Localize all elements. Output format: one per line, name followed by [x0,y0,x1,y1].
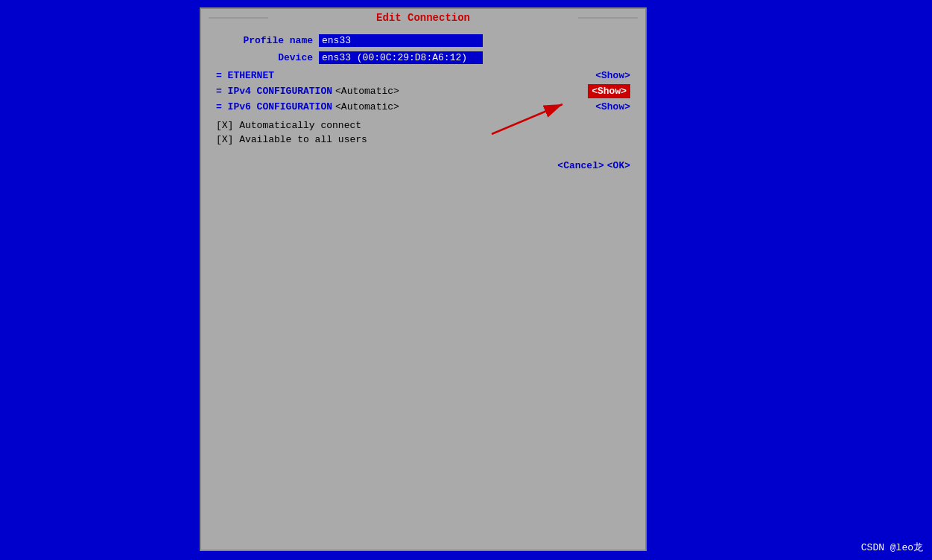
ipv4-auto: <Automatic> [335,86,399,97]
device-label: Device [216,52,313,63]
profile-name-row: Profile name ens33 [216,34,630,47]
cancel-button[interactable]: <Cancel> [557,160,603,171]
ipv6-left: = IPv6 CONFIGURATION <Automatic> [216,101,399,112]
ipv6-label: = IPv6 CONFIGURATION [216,101,332,112]
device-input[interactable]: ens33 (00:0C:29:D8:A6:12) [319,51,483,64]
bottom-buttons: <Cancel> <OK> [216,160,630,171]
ipv6-show-button[interactable]: <Show> [595,101,630,112]
terminal-window: Edit Connection Profile name ens33 Devic… [200,7,647,551]
ok-button[interactable]: <OK> [607,160,630,171]
ipv4-label: = IPv4 CONFIGURATION [216,86,332,97]
form-content: Profile name ens33 Device ens33 (00:0C:2… [201,27,645,179]
ethernet-show-button[interactable]: <Show> [595,70,630,81]
ethernet-label: = ETHERNET [216,70,274,81]
ipv4-row: = IPv4 CONFIGURATION <Automatic> <Show> [216,84,630,98]
device-row: Device ens33 (00:0C:29:D8:A6:12) [216,51,630,64]
auto-connect-checkbox[interactable]: [X] Automatically connect [216,120,630,131]
checkbox-section: [X] Automatically connect [X] Available … [216,120,630,145]
ethernet-section: = ETHERNET <Show> [216,70,630,81]
watermark: CSDN @leo龙 [861,541,923,554]
ipv6-row: = IPv6 CONFIGURATION <Automatic> <Show> [216,101,630,112]
profile-name-label: Profile name [216,35,313,46]
ipv4-left: = IPv4 CONFIGURATION <Automatic> [216,86,399,97]
available-users-checkbox[interactable]: [X] Available to all users [216,134,630,145]
ipv6-auto: <Automatic> [335,101,399,112]
window-title: Edit Connection [369,12,478,24]
profile-name-input[interactable]: ens33 [319,34,483,47]
title-bar: Edit Connection [201,9,645,27]
ipv4-show-button[interactable]: <Show> [588,84,630,98]
